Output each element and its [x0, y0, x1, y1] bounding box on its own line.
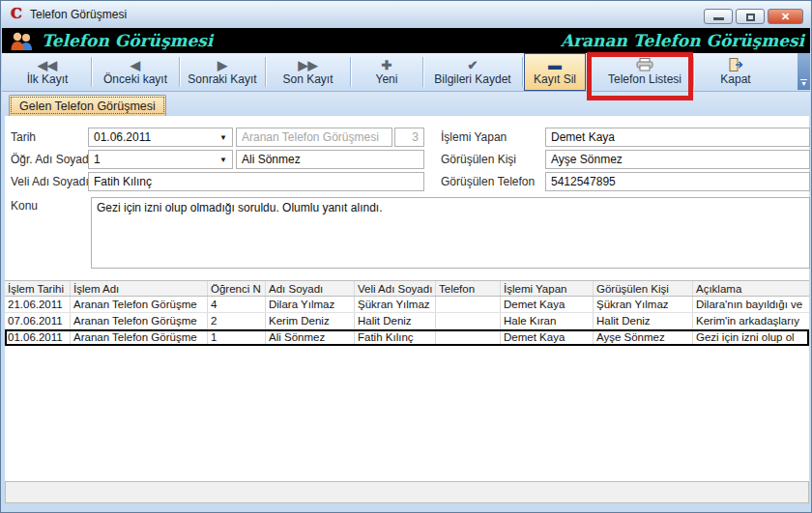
- button-label: Kayıt Sil: [534, 72, 576, 86]
- cell-islem-adi: Aranan Telefon Görüşme: [71, 329, 208, 345]
- veli-adi-soyadi-label: Veli Adı Soyadı: [11, 175, 89, 188]
- cell-adi-soyadi: Kerim Deniz: [266, 313, 355, 328]
- cell-ogrenci-no: 1: [208, 329, 266, 345]
- save-button[interactable]: ✔ Bilgileri Kaydet: [424, 53, 521, 91]
- islemi-yapan-input[interactable]: Demet Kaya: [545, 128, 810, 147]
- last-record-icon: ▶▶: [299, 59, 318, 71]
- first-record-icon: ◀◀: [38, 59, 57, 71]
- cell-telefon: [436, 313, 501, 328]
- people-icon: [10, 32, 36, 50]
- call-number-field: 3: [394, 128, 424, 147]
- toolbar-separator: [179, 57, 180, 87]
- close-button[interactable]: ✕: [768, 9, 803, 24]
- ogr-no-combobox[interactable]: 1 ▼: [88, 150, 233, 169]
- gorusulen-kisi-input[interactable]: Ayşe Sönmez: [545, 150, 810, 169]
- konu-textarea[interactable]: Gezi için izni olup olmadığı soruldu. Ol…: [91, 197, 810, 269]
- previous-record-button[interactable]: ◀ Önceki kayıt: [93, 53, 178, 91]
- gorusulen-telefon-label: Görüşülen Telefon: [441, 175, 535, 188]
- column-header[interactable]: Açıklama: [693, 281, 809, 296]
- button-label: Bilgileri Kaydet: [434, 72, 510, 86]
- column-header[interactable]: İşlem Tarihi: [5, 281, 71, 296]
- ogr-adi-input[interactable]: Ali Sönmez: [236, 150, 424, 169]
- veli-adi-input[interactable]: Fatih Kılınç: [88, 172, 424, 191]
- new-record-button[interactable]: ✚ Yeni: [352, 53, 421, 91]
- column-header[interactable]: İşlemi Yapan: [501, 281, 594, 296]
- toolbar-separator: [693, 57, 694, 87]
- column-header[interactable]: Öğrenci N: [208, 281, 266, 296]
- previous-record-icon: ◀: [130, 59, 140, 71]
- cell-ogrenci-no: 4: [208, 297, 266, 312]
- column-header[interactable]: Adı Soyadı: [266, 281, 355, 296]
- next-record-button[interactable]: ▶ Sonraki Kayıt: [181, 53, 264, 91]
- cell-adi-soyadi: Dilara Yılmaz: [266, 297, 355, 312]
- status-bar: [5, 481, 809, 503]
- cell-islemi-yapan: Demet Kaya: [501, 297, 594, 312]
- toolbar-overflow-button[interactable]: ▾: [798, 53, 810, 90]
- window-title: Telefon Görüşmesi: [30, 8, 127, 21]
- cell-veli-adi: Şükran Yılmaz: [355, 297, 436, 312]
- chevron-down-icon: ▼: [219, 133, 227, 142]
- cell-islem-adi: Aranan Telefon Görüşme: [71, 313, 208, 328]
- ogr-adi-soyadi-label: Öğr. Adı Soyadı: [11, 153, 92, 166]
- gorusulen-telefon-input[interactable]: 5412547895: [545, 172, 810, 191]
- islemi-yapan-label: İşlemi Yapan: [441, 130, 507, 144]
- last-record-button[interactable]: ▶▶ Son Kayıt: [267, 53, 349, 91]
- tarih-value: 01.06.2011: [94, 130, 151, 144]
- ogr-no-value: 1: [94, 153, 101, 166]
- button-label: Önceki kayıt: [103, 72, 167, 86]
- cell-gorusulen-kisi: Halit Deniz: [594, 313, 693, 328]
- button-label: Yeni: [376, 72, 398, 86]
- column-header[interactable]: Görüşülen Kişi: [594, 281, 693, 296]
- tarih-label: Tarih: [11, 130, 36, 144]
- tarih-combobox[interactable]: 01.06.2011 ▼: [88, 128, 233, 147]
- red-highlight-annotation: [587, 52, 693, 100]
- delete-minus-icon: ▬: [548, 59, 562, 71]
- cell-islem-tarihi: 21.06.2011: [5, 297, 71, 312]
- toolbar-separator: [522, 57, 523, 87]
- maximize-icon: [746, 14, 755, 21]
- table-row[interactable]: 21.06.2011 Aranan Telefon Görüşme 4 Dila…: [5, 297, 809, 313]
- tab-gelen-telefon-gorusmesi[interactable]: Gelen Telefon Görüşmesi: [9, 95, 166, 116]
- close-app-button[interactable]: Kapat: [695, 53, 776, 91]
- save-check-icon: ✔: [468, 59, 478, 71]
- banner-title-right: Aranan Telefon Görüşmesi: [561, 31, 804, 50]
- cell-adi-soyadi: Ali Sönmez: [266, 329, 355, 345]
- button-label: Son Kayıt: [282, 72, 333, 86]
- new-record-icon: ✚: [382, 59, 392, 71]
- chevron-down-icon: ▼: [219, 156, 227, 164]
- cell-islem-tarihi: 01.06.2011: [5, 329, 71, 345]
- toolbar-separator: [350, 57, 351, 87]
- button-label: Kapat: [720, 72, 750, 86]
- table-row-selected[interactable]: 01.06.2011 Aranan Telefon Görüşme 1 Ali …: [5, 329, 809, 346]
- first-record-button[interactable]: ◀◀ İlk Kayıt: [5, 53, 90, 91]
- banner-title-left: Telefon Görüşmesi: [42, 31, 213, 50]
- minimize-button[interactable]: [704, 9, 733, 24]
- cell-aciklama: Kerim'in arkadaşlarıy: [693, 313, 809, 328]
- delete-record-button[interactable]: ▬ Kayıt Sil: [524, 53, 586, 91]
- cell-telefon: [436, 329, 501, 345]
- column-header[interactable]: İşlem Adı: [71, 281, 208, 296]
- header-banner: Telefon Görüşmesi Aranan Telefon Görüşme…: [2, 28, 810, 53]
- maximize-button[interactable]: [736, 9, 765, 24]
- title-bar: C Telefon Görüşmesi ✕: [1, 1, 811, 28]
- gorusulen-kisi-label: Görüşülen Kişi: [441, 153, 516, 166]
- cell-aciklama: Gezi için izni olup ol: [693, 329, 809, 345]
- chevron-down-icon: ▾: [801, 81, 805, 87]
- toolbar-separator: [91, 57, 92, 87]
- table-header-row: İşlem Tarihi İşlem Adı Öğrenci N Adı Soy…: [5, 280, 809, 297]
- form-panel: Tarih 01.06.2011 ▼ Aranan Telefon Görüşm…: [5, 116, 809, 481]
- table-row[interactable]: 07.06.2011 Aranan Telefon Görüşme 2 Keri…: [5, 313, 809, 329]
- cell-islem-tarihi: 07.06.2011: [5, 313, 71, 328]
- cell-veli-adi: Fatih Kılınç: [355, 329, 436, 345]
- app-window: C Telefon Görüşmesi ✕ Telefon Görüşmesi …: [0, 0, 812, 513]
- button-label: Sonraki Kayıt: [188, 72, 256, 86]
- toolbar-separator: [422, 57, 423, 87]
- cell-aciklama: Dilara'nın bayıldığı ve: [693, 297, 809, 312]
- cell-ogrenci-no: 2: [208, 313, 266, 328]
- next-record-icon: ▶: [218, 59, 227, 71]
- cell-islemi-yapan: Hale Kıran: [501, 313, 594, 328]
- app-logo-icon: C: [8, 5, 25, 22]
- column-header[interactable]: Telefon: [436, 281, 501, 296]
- minimize-icon: [713, 17, 724, 20]
- column-header[interactable]: Veli Adı Soyadı: [355, 281, 436, 296]
